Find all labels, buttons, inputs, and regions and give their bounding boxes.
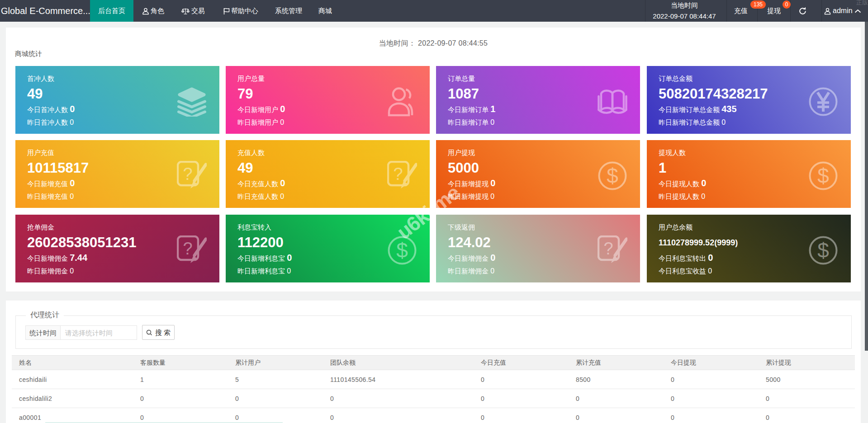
svg-text:$: $: [817, 164, 829, 188]
svg-text:?: ?: [183, 164, 192, 183]
svg-text:?: ?: [393, 164, 403, 183]
svg-text:$: $: [607, 164, 618, 188]
svg-text:$: $: [396, 239, 408, 262]
svg-text:?: ?: [603, 239, 613, 258]
svg-text:?: ?: [183, 239, 192, 258]
svg-text:$: $: [817, 239, 829, 262]
